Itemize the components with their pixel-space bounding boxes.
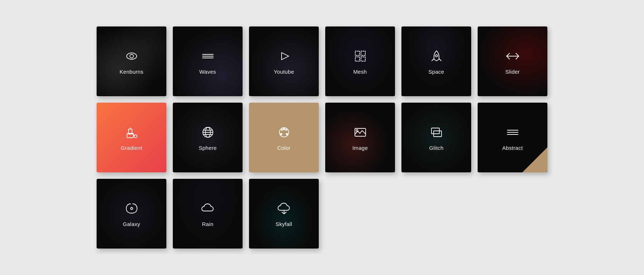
- card-slider[interactable]: Slider: [478, 26, 547, 96]
- card-abstract[interactable]: Abstract: [478, 103, 547, 172]
- svg-point-1: [130, 54, 133, 58]
- rocket-icon: [428, 48, 445, 64]
- svg-point-15: [134, 135, 137, 138]
- lines-icon: [504, 124, 521, 141]
- svg-point-10: [435, 55, 438, 57]
- palette-icon: [276, 124, 292, 141]
- card-youtube-label: Youtube: [274, 69, 294, 75]
- card-galaxy-label: Galaxy: [123, 221, 140, 227]
- svg-point-0: [127, 53, 137, 59]
- arrows-icon: [504, 48, 521, 64]
- card-image[interactable]: Image: [325, 103, 395, 172]
- card-skyfall-label: Skyfall: [275, 221, 292, 227]
- svg-point-29: [356, 130, 358, 132]
- glitch-icon: [428, 124, 445, 141]
- svg-point-25: [280, 133, 282, 135]
- svg-point-23: [283, 128, 285, 130]
- paint-icon: [123, 124, 140, 141]
- galaxy-icon: [123, 200, 140, 217]
- globe-icon: [200, 124, 216, 141]
- svg-point-27: [281, 129, 283, 131]
- card-galaxy[interactable]: Galaxy: [97, 179, 166, 249]
- card-kenburns[interactable]: Kenburns: [97, 26, 166, 96]
- svg-rect-8: [355, 57, 360, 61]
- svg-marker-5: [282, 53, 289, 60]
- card-mesh-label: Mesh: [353, 69, 367, 75]
- svg-rect-9: [361, 57, 365, 61]
- card-color-label: Color: [277, 145, 291, 151]
- clouddown-icon: [276, 200, 292, 217]
- card-glitch-label: Glitch: [429, 145, 443, 151]
- card-abstract-label: Abstract: [502, 145, 523, 151]
- card-space-label: Space: [428, 69, 444, 75]
- card-youtube[interactable]: Youtube: [249, 26, 319, 96]
- svg-point-26: [285, 129, 287, 131]
- svg-rect-6: [355, 51, 360, 55]
- play-icon: [276, 48, 292, 64]
- card-skyfall[interactable]: Skyfall: [249, 179, 319, 249]
- card-grid: Kenburns Waves Youtube: [82, 12, 562, 263]
- card-sphere[interactable]: Sphere: [173, 103, 243, 172]
- card-color[interactable]: Color: [249, 103, 319, 172]
- card-rain[interactable]: Rain: [173, 179, 243, 249]
- card-space[interactable]: Space: [401, 26, 471, 96]
- card-sphere-label: Sphere: [199, 145, 216, 151]
- waves-icon: [200, 48, 216, 64]
- card-gradient-label: Gradient: [121, 145, 142, 151]
- card-gradient[interactable]: Gradient: [97, 103, 166, 172]
- svg-point-24: [286, 133, 288, 135]
- mesh-icon: [352, 48, 369, 64]
- card-kenburns-label: Kenburns: [119, 69, 143, 75]
- card-rain-label: Rain: [202, 221, 213, 227]
- card-mesh[interactable]: Mesh: [325, 26, 395, 96]
- card-glitch[interactable]: Glitch: [401, 103, 471, 172]
- image-icon: [352, 124, 369, 141]
- svg-rect-7: [361, 51, 365, 55]
- card-waves-label: Waves: [199, 69, 216, 75]
- card-image-label: Image: [352, 145, 368, 151]
- card-waves[interactable]: Waves: [173, 26, 243, 96]
- cloud-icon: [200, 200, 216, 217]
- card-slider-label: Slider: [505, 69, 519, 75]
- svg-point-35: [131, 207, 133, 210]
- eye-icon: [123, 48, 140, 64]
